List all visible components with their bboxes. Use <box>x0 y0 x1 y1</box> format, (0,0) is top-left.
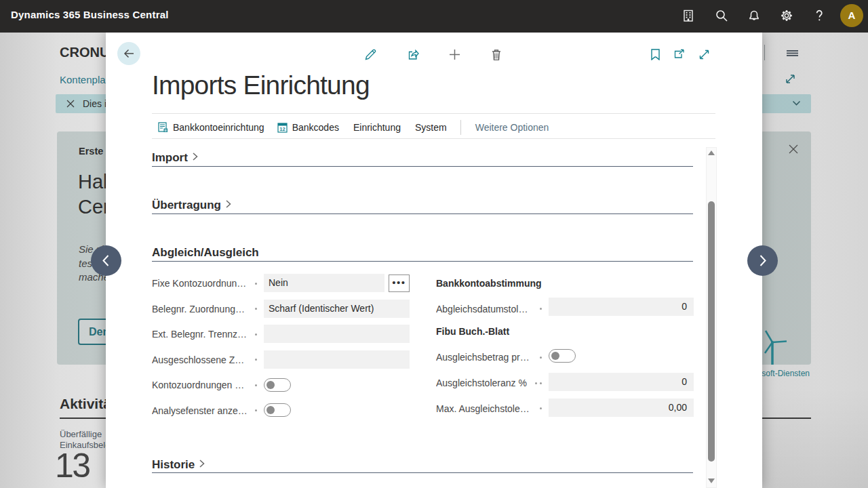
svg-text:12: 12 <box>279 126 285 132</box>
